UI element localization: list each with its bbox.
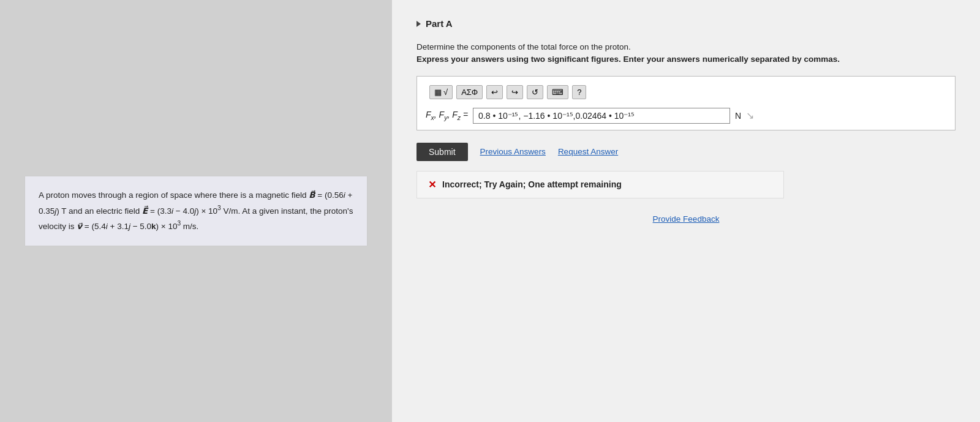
redo-button[interactable]: ↪ (507, 85, 523, 99)
refresh-button[interactable]: ↺ (527, 85, 543, 99)
collapse-triangle-icon[interactable] (417, 21, 421, 27)
part-header: Part A (417, 18, 956, 29)
incorrect-icon: ✕ (428, 179, 436, 190)
submit-button[interactable]: Submit (417, 143, 468, 161)
answer-row: Fx, Fy, Fz = N ↘ (426, 108, 946, 124)
problem-text: A proton moves through a region of space… (39, 189, 353, 234)
answer-area: ▦ √ ΑΣΦ ↩ ↪ ↺ ⌨ ? Fx, Fy, F (417, 76, 956, 130)
undo-icon: ↩ (491, 88, 498, 97)
toolbar: ▦ √ ΑΣΦ ↩ ↪ ↺ ⌨ ? (426, 83, 946, 102)
refresh-icon: ↺ (532, 88, 538, 97)
feedback-box: ✕ Incorrect; Try Again; One attempt rema… (417, 171, 784, 198)
help-icon: ? (577, 88, 581, 97)
left-panel: A proton moves through a region of space… (0, 0, 392, 422)
matrix-icon: ▦ (434, 88, 442, 97)
instruction-line1: Determine the components of the total fo… (417, 41, 956, 53)
actions-row: Submit Previous Answers Request Answer (417, 143, 956, 161)
instruction-line2: Express your answers using two significa… (417, 53, 956, 66)
problem-statement: A proton moves through a region of space… (24, 176, 368, 247)
matrix-button[interactable]: ▦ √ (429, 85, 453, 99)
greek-button[interactable]: ΑΣΦ (456, 85, 483, 99)
feedback-text: Incorrect; Try Again; One attempt remain… (442, 179, 622, 189)
request-answer-link[interactable]: Request Answer (558, 147, 618, 156)
previous-answers-link[interactable]: Previous Answers (480, 147, 546, 156)
redo-icon: ↪ (511, 88, 518, 97)
help-button[interactable]: ? (572, 85, 586, 99)
undo-button[interactable]: ↩ (486, 85, 503, 99)
part-label: Part A (426, 18, 453, 29)
answer-unit: N (735, 111, 741, 121)
resize-handle-icon[interactable]: ↘ (746, 110, 756, 121)
sqrt-icon: √ (443, 88, 448, 97)
instructions: Determine the components of the total fo… (417, 41, 956, 66)
keyboard-button[interactable]: ⌨ (547, 85, 568, 99)
greek-label: ΑΣΦ (461, 88, 478, 97)
provide-feedback-link[interactable]: Provide Feedback (417, 214, 956, 224)
answer-label: Fx, Fy, Fz = (426, 110, 468, 121)
keyboard-icon: ⌨ (552, 88, 564, 97)
right-panel: Part A Determine the components of the t… (392, 0, 980, 422)
answer-input[interactable] (473, 108, 730, 124)
